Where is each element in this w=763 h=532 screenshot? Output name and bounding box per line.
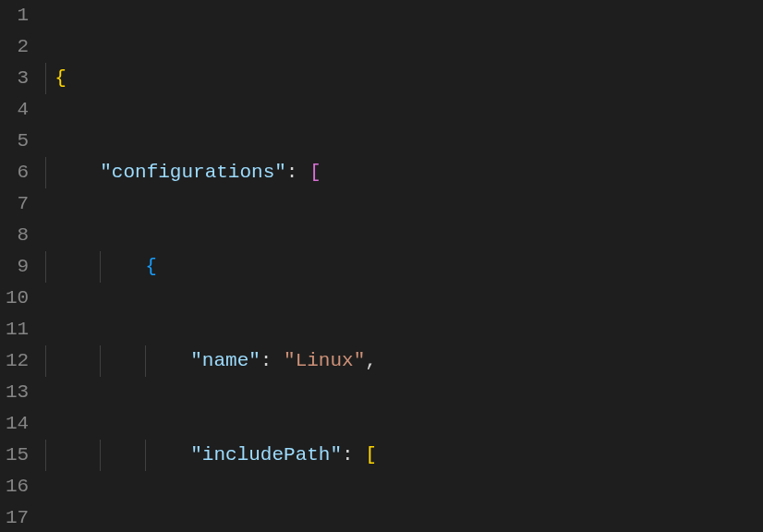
line-number: 17 bbox=[6, 502, 29, 532]
code-editor[interactable]: 1 2 3 4 5 6 7 8 9 10 11 12 13 14 15 16 1… bbox=[0, 0, 763, 532]
json-key: "includePath" bbox=[190, 444, 342, 466]
bracket-open: [ bbox=[309, 162, 321, 183]
line-number: 16 bbox=[6, 471, 29, 502]
line-number: 10 bbox=[6, 283, 29, 314]
line-number: 14 bbox=[6, 408, 29, 440]
line-number: 7 bbox=[6, 188, 29, 220]
json-key: "name" bbox=[190, 350, 260, 371]
colon: : bbox=[260, 350, 284, 371]
line-number: 8 bbox=[6, 220, 29, 251]
line-number: 15 bbox=[6, 440, 29, 471]
line-number: 13 bbox=[6, 377, 29, 408]
line-number: 6 bbox=[6, 157, 29, 188]
code-line[interactable]: { bbox=[45, 251, 763, 283]
line-number: 1 bbox=[6, 0, 29, 31]
json-string: "Linux" bbox=[284, 350, 365, 371]
brace-open: { bbox=[145, 256, 157, 277]
line-number: 4 bbox=[6, 94, 29, 126]
line-number: 2 bbox=[6, 31, 29, 63]
brace-open: { bbox=[54, 67, 67, 89]
code-area[interactable]: { "configurations": [ { "name": "Linux",… bbox=[45, 0, 763, 532]
line-number: 11 bbox=[6, 314, 29, 345]
colon: : bbox=[342, 444, 365, 466]
json-key: "configurations" bbox=[100, 162, 286, 183]
line-number: 5 bbox=[6, 126, 29, 157]
code-line[interactable]: "name": "Linux", bbox=[45, 345, 763, 377]
bracket-open: [ bbox=[365, 444, 377, 466]
code-line[interactable]: { bbox=[45, 63, 763, 94]
line-number: 3 bbox=[6, 63, 29, 94]
code-line[interactable]: "configurations": [ bbox=[45, 157, 763, 188]
colon: : bbox=[286, 162, 309, 183]
comma: , bbox=[365, 350, 377, 371]
code-line[interactable]: "includePath": [ bbox=[45, 440, 763, 471]
line-number: 12 bbox=[6, 345, 29, 377]
line-number: 9 bbox=[6, 251, 29, 283]
line-number-gutter: 1 2 3 4 5 6 7 8 9 10 11 12 13 14 15 16 1… bbox=[0, 0, 45, 532]
